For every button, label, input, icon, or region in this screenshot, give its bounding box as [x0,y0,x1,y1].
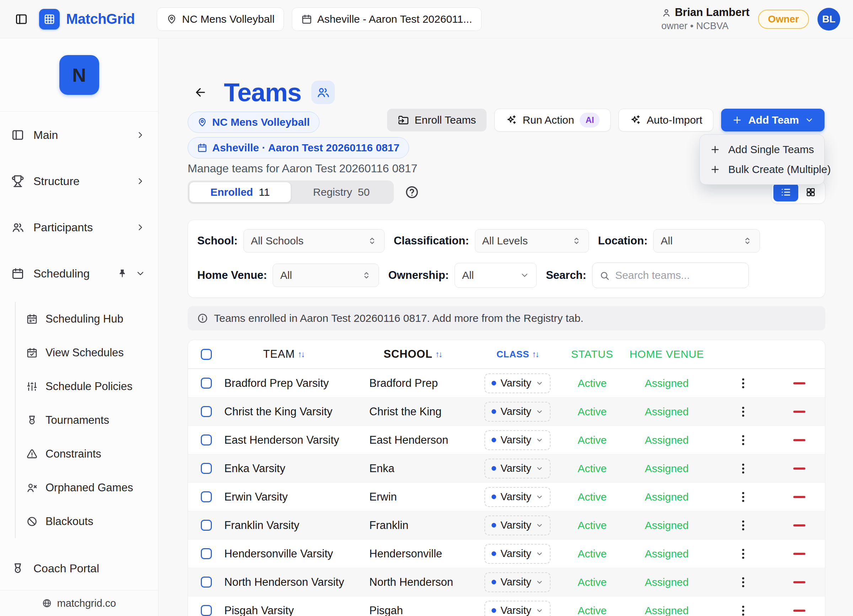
sidebar-item-scheduling-hub[interactable]: Scheduling Hub [16,302,158,336]
sidebar-toggle-button[interactable] [13,11,30,28]
row-menu-button[interactable] [740,602,746,616]
chevron-down-icon [536,550,543,558]
row-checkbox[interactable] [201,463,212,474]
question-circle-icon [404,185,419,200]
user-area: Brian Lambert owner • NCBVA Owner BL [662,6,840,32]
class-select[interactable]: Varsity [484,516,550,535]
row-checkbox[interactable] [201,491,212,502]
app-logo[interactable] [39,9,60,29]
org-section: N [0,38,158,112]
row-checkbox[interactable] [201,605,212,616]
remove-dash-icon[interactable] [793,581,805,583]
remove-dash-icon[interactable] [793,496,805,498]
back-button[interactable] [192,84,209,101]
league-context-chip[interactable]: NC Mens Volleyball [157,8,284,31]
sidebar-footer-link[interactable]: matchgrid.co [0,590,158,616]
sidebar-item-coach-portal[interactable]: Coach Portal [0,551,158,586]
row-checkbox[interactable] [201,548,212,559]
enroll-teams-button[interactable]: Enroll Teams [387,109,487,132]
top-bar: MatchGrid NC Mens Volleyball Asheville -… [0,0,853,38]
class-select[interactable]: Varsity [484,572,550,592]
chevron-right-icon [135,176,146,186]
event-context-chip[interactable]: Asheville - Aaron Test 2026011... [292,8,481,31]
row-checkbox[interactable] [201,577,212,587]
tab-enrolled[interactable]: Enrolled 11 [190,182,291,202]
search-input[interactable] [592,263,749,288]
globe-icon [42,598,52,608]
class-select[interactable]: Varsity [484,487,550,507]
sidebar-item-blackouts[interactable]: Blackouts [16,504,158,538]
sidebar-item-orphaned-games[interactable]: Orphaned Games [16,471,158,504]
event-chip[interactable]: Asheville · Aaron Test 20260116 0817 [188,137,409,159]
location-filter-select[interactable]: All [653,229,760,253]
sidebar-item-scheduling[interactable]: Scheduling [0,256,158,291]
sidebar-item-tournaments[interactable]: Tournaments [16,403,158,437]
row-menu-button[interactable] [740,516,746,534]
class-dot-icon [492,495,496,499]
info-icon [197,313,208,324]
row-menu-button[interactable] [740,545,746,563]
row-menu-button[interactable] [740,403,746,421]
row-checkbox[interactable] [201,378,212,389]
column-header-class[interactable]: CLASS↑↓ [473,349,562,360]
remove-dash-icon[interactable] [793,553,805,555]
class-select[interactable]: Varsity [484,373,550,393]
sidebar-item-structure[interactable]: Structure [0,163,158,199]
class-select[interactable]: Varsity [484,544,550,564]
avatar[interactable]: BL [818,8,840,30]
column-header-school[interactable]: SCHOOL↑↓ [352,348,473,360]
menu-item-bulk-create[interactable]: Bulk Create (Multiple) [703,159,821,179]
league-chip[interactable]: NC Mens Volleyball [188,112,320,133]
column-header-team[interactable]: TEAM↑↓ [215,348,352,360]
school-name: Enka [352,462,473,475]
classification-filter-select[interactable]: All Levels [475,229,589,253]
class-select[interactable]: Varsity [484,402,550,422]
sliders-icon [26,381,38,392]
run-action-button[interactable]: Run Action AI [494,109,611,132]
tab-registry[interactable]: Registry 50 [291,182,392,202]
home-venue-text: Assigned [622,377,711,389]
home-venue-filter-select[interactable]: All [273,263,379,287]
select-all-checkbox[interactable] [201,349,212,360]
sidebar-item-view-schedules[interactable]: View Schedules [16,336,158,369]
row-menu-button[interactable] [740,488,746,506]
user-icon [662,8,671,18]
add-team-button[interactable]: Add Team [721,109,824,132]
league-context-label: NC Mens Volleyball [182,13,275,25]
org-logo[interactable]: N [59,55,99,95]
auto-import-button[interactable]: Auto-Import [618,109,713,132]
row-checkbox[interactable] [201,520,212,531]
row-menu-button[interactable] [740,460,746,477]
chevron-down-icon [536,493,543,501]
grid-view-button[interactable] [798,183,823,201]
sidebar-item-constraints[interactable]: Constraints [16,437,158,471]
row-menu-button[interactable] [740,374,746,392]
remove-dash-icon[interactable] [793,411,805,413]
plus-icon [710,144,721,155]
sidebar-item-main[interactable]: Main [0,117,158,153]
class-select[interactable]: Varsity [484,459,550,478]
pin-icon[interactable] [117,268,127,279]
school-name: East Henderson [352,434,473,446]
class-select[interactable]: Varsity [484,601,550,616]
remove-dash-icon[interactable] [793,439,805,441]
remove-dash-icon[interactable] [793,524,805,527]
school-filter-select[interactable]: All Schools [243,229,384,253]
remove-dash-icon[interactable] [793,382,805,384]
remove-dash-icon[interactable] [793,610,805,612]
remove-dash-icon[interactable] [793,468,805,470]
class-select[interactable]: Varsity [484,430,550,450]
classification-filter-label: Classification: [394,235,469,247]
menu-item-add-single-teams[interactable]: Add Single Teams [703,139,821,159]
list-view-button[interactable] [773,183,798,201]
ownership-filter-select[interactable]: All [455,263,537,288]
row-checkbox[interactable] [201,434,212,445]
registry-count: 50 [358,186,370,198]
row-checkbox[interactable] [201,406,212,417]
help-button[interactable] [404,185,419,200]
sidebar-item-schedule-policies[interactable]: Schedule Policies [16,369,158,403]
sidebar-item-participants[interactable]: Participants [0,210,158,245]
row-menu-button[interactable] [740,431,746,449]
location-pin-icon [197,117,207,127]
row-menu-button[interactable] [740,574,746,591]
